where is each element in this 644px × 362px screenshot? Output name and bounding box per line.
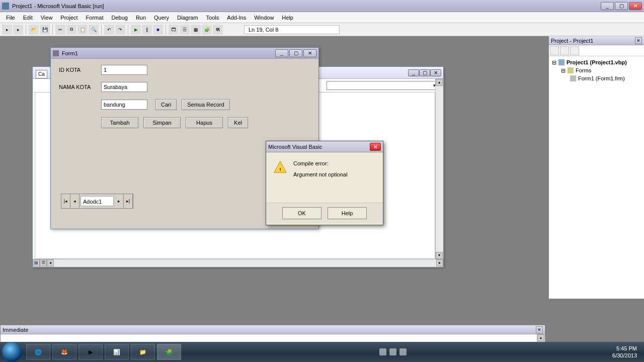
- adodc-last-icon[interactable]: ▸|: [124, 194, 133, 208]
- menu-project[interactable]: Project: [56, 14, 82, 22]
- copy-icon[interactable]: ⧉: [66, 25, 76, 35]
- taskbar-excel-icon[interactable]: 📊: [105, 344, 129, 360]
- tambah-button[interactable]: Tambah: [101, 117, 138, 128]
- keluar-button[interactable]: Kel: [228, 117, 248, 128]
- semua-record-button[interactable]: Semua Record: [182, 99, 229, 110]
- form1-minimize-button[interactable]: _: [275, 49, 288, 57]
- toolbar-separator: [166, 25, 166, 35]
- tree-item-form1[interactable]: Form1 (Form1.frm): [552, 74, 641, 82]
- menu-diagram[interactable]: Diagram: [173, 14, 202, 22]
- scroll-left-icon[interactable]: ◂: [47, 259, 54, 266]
- tree-root[interactable]: ⊟ Project1 (Project1.vbp): [552, 58, 641, 66]
- scroll-down-icon[interactable]: ▾: [436, 252, 443, 259]
- main-titlebar: Project1 - Microsoft Visual Basic [run] …: [0, 0, 644, 12]
- msgbox-close-button[interactable]: ✕: [370, 143, 381, 151]
- msgbox-ok-button[interactable]: OK: [282, 207, 321, 219]
- code-minimize-button[interactable]: _: [408, 69, 419, 76]
- menu-debug[interactable]: Debug: [107, 14, 131, 22]
- code-horizontal-scrollbar[interactable]: ▤☰◂ ▸: [33, 259, 443, 267]
- nama-kota-input[interactable]: [101, 82, 147, 92]
- menubar: File Edit View Project Format Debug Run …: [0, 12, 644, 23]
- taskbar-media-icon[interactable]: ▶: [78, 344, 103, 360]
- minimize-button[interactable]: _: [601, 2, 614, 10]
- adodc-next-icon[interactable]: ▸: [115, 194, 124, 208]
- maximize-button[interactable]: ▢: [615, 2, 628, 10]
- properties-icon[interactable]: ☰: [180, 25, 190, 35]
- code-close-button[interactable]: ✕: [430, 69, 441, 76]
- taskbar: 🌐 🦊 ▶ 📊 📁 🧩 5:45 PM 6/30/2013: [0, 342, 644, 362]
- save-icon[interactable]: 💾: [40, 25, 50, 35]
- form-file-icon: [570, 75, 576, 81]
- menu-file[interactable]: File: [2, 14, 19, 22]
- error-dialog: Microsoft Visual Basic ✕ ! Compile error…: [266, 141, 383, 225]
- scroll-up-icon[interactable]: ▴: [537, 334, 544, 341]
- adodc-first-icon[interactable]: |◂: [61, 194, 70, 208]
- code-restore-button[interactable]: ▢: [419, 69, 430, 76]
- tree-root-label: Project1 (Project1.vbp): [567, 59, 627, 65]
- cut-icon[interactable]: ✂: [55, 25, 65, 35]
- form1-close-button[interactable]: ✕: [303, 49, 316, 57]
- taskbar-vb-icon[interactable]: 🧩: [157, 344, 181, 360]
- form1-maximize-button[interactable]: ▢: [289, 49, 302, 57]
- taskbar-firefox-icon[interactable]: 🦊: [52, 344, 76, 360]
- toolbox-icon[interactable]: 🛠: [213, 25, 223, 35]
- object-browser-icon[interactable]: 🧩: [202, 25, 212, 35]
- project-explorer-icon[interactable]: 🗔: [169, 25, 179, 35]
- break-icon[interactable]: ‖: [142, 25, 152, 35]
- close-button[interactable]: ✕: [629, 2, 642, 10]
- tray-network-icon[interactable]: [389, 348, 396, 355]
- menu-view[interactable]: View: [37, 14, 57, 22]
- search-input[interactable]: [101, 100, 147, 110]
- add-project-icon[interactable]: ▸: [2, 25, 12, 35]
- immediate-close-button[interactable]: ✕: [536, 326, 543, 333]
- taskbar-explorer-icon[interactable]: 📁: [131, 344, 155, 360]
- view-code-icon[interactable]: [550, 46, 559, 55]
- scroll-up-icon[interactable]: ▴: [436, 79, 443, 86]
- start-icon[interactable]: ▶: [131, 25, 141, 35]
- view-full-icon[interactable]: ▤: [33, 259, 40, 266]
- project-panel-close-button[interactable]: ✕: [635, 37, 642, 44]
- adodc-prev-icon[interactable]: ◂: [70, 194, 79, 208]
- view-proc-icon[interactable]: ☰: [40, 259, 47, 266]
- msgbox-help-button[interactable]: Help: [328, 207, 367, 219]
- paste-icon[interactable]: 📋: [77, 25, 88, 35]
- view-object-icon[interactable]: [560, 46, 569, 55]
- main-title: Project1 - Microsoft Visual Basic [run]: [12, 3, 601, 9]
- end-icon[interactable]: ■: [153, 25, 163, 35]
- menu-run[interactable]: Run: [132, 14, 150, 22]
- menu-window[interactable]: Window: [250, 14, 278, 22]
- start-button[interactable]: [2, 342, 22, 362]
- hapus-button[interactable]: Hapus: [186, 117, 223, 128]
- toggle-folders-icon[interactable]: [570, 46, 579, 55]
- undo-icon[interactable]: ↶: [104, 25, 114, 35]
- menu-tools[interactable]: Tools: [202, 14, 223, 22]
- redo-icon[interactable]: ↷: [115, 25, 125, 35]
- tree-folder-label: Forms: [576, 67, 591, 73]
- taskbar-ie-icon[interactable]: 🌐: [26, 344, 50, 360]
- folder-icon: [568, 67, 574, 73]
- procedure-dropdown[interactable]: [327, 81, 437, 90]
- find-icon[interactable]: 🔍: [89, 25, 99, 35]
- menu-edit[interactable]: Edit: [19, 14, 37, 22]
- label-nama-kota: NAMA KOTA: [59, 84, 101, 90]
- add-form-icon[interactable]: ▸: [13, 25, 23, 35]
- menu-format[interactable]: Format: [82, 14, 108, 22]
- tray-volume-icon[interactable]: [399, 348, 407, 355]
- tray-clock[interactable]: 5:45 PM 6/30/2013: [607, 344, 642, 360]
- simpan-button[interactable]: Simpan: [143, 117, 181, 128]
- project-icon: [558, 59, 565, 65]
- open-icon[interactable]: 📂: [29, 25, 39, 35]
- tree-folder-forms[interactable]: ⊟ Forms: [552, 66, 641, 74]
- menu-query[interactable]: Query: [150, 14, 173, 22]
- tray-flag-icon[interactable]: [379, 348, 386, 355]
- code-tab[interactable]: Ca: [36, 70, 47, 78]
- code-vertical-scrollbar[interactable]: ▴ ▾: [435, 79, 443, 259]
- menu-help[interactable]: Help: [278, 14, 297, 22]
- msgbox-title: Microsoft Visual Basic: [268, 144, 370, 150]
- scroll-right-icon[interactable]: ▸: [436, 259, 443, 266]
- menu-addins[interactable]: Add-Ins: [223, 14, 250, 22]
- tray-time: 5:45 PM: [612, 345, 637, 352]
- cari-button[interactable]: Cari: [155, 99, 177, 110]
- form-layout-icon[interactable]: ▦: [191, 25, 201, 35]
- id-kota-input[interactable]: [101, 65, 147, 75]
